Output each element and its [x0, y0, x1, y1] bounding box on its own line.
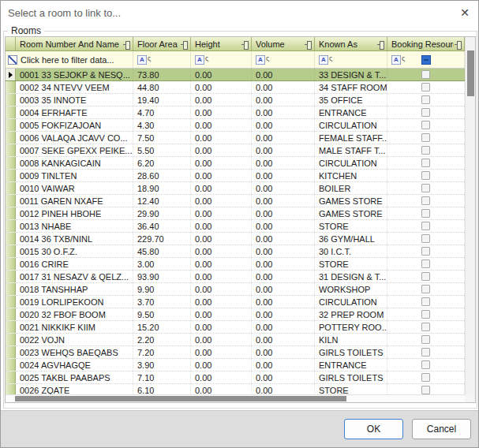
table-row[interactable]: 0020 32 FBOF BOOM9.500.000.0032 PREP ROO…: [6, 308, 465, 321]
table-row[interactable]: 0015 30 O.F.Z.45.800.000.0030 I.C.T.: [6, 245, 465, 258]
row-selector[interactable]: [6, 157, 16, 169]
booking-resource-checkbox[interactable]: [421, 196, 430, 205]
row-selector[interactable]: [6, 233, 16, 245]
booking-resource-checkbox[interactable]: [421, 297, 430, 306]
column-header-3[interactable]: Height: [191, 37, 252, 50]
booking-resource-checkbox[interactable]: [421, 310, 430, 319]
table-row[interactable]: 0017 31 NESAZV & QELZ...93.900.000.0031 …: [6, 271, 465, 283]
row-selector[interactable]: [6, 170, 16, 181]
column-header-4[interactable]: Volume: [252, 37, 315, 50]
text-filter-icon[interactable]: A: [391, 55, 401, 65]
table-row[interactable]: 0004 EFRHAFTE4.700.000.00ENTRANCE: [6, 106, 465, 119]
table-row[interactable]: 0005 FOKFIZAJOAN4.300.000.00CIRCULATION: [6, 119, 465, 132]
vertical-scrollbar-thumb[interactable]: [467, 50, 474, 96]
horizontal-scrollbar-thumb[interactable]: [15, 396, 346, 401]
booking-resource-checkbox[interactable]: [421, 386, 430, 394]
booking-resource-checkbox[interactable]: [421, 146, 430, 155]
table-row[interactable]: 0022 VOJN2.200.000.00KILN: [6, 334, 465, 346]
table-row[interactable]: 0009 TINLTEN28.600.000.00KITCHEN: [6, 170, 465, 182]
row-selector[interactable]: [6, 182, 16, 194]
row-selector[interactable]: [6, 334, 16, 345]
row-selector[interactable]: [6, 220, 16, 232]
table-row[interactable]: 0002 34 NTEVV VEEM44.800.000.0034 STAFF …: [6, 81, 465, 94]
table-row[interactable]: 0012 PINEH HBOHE29.900.000.00GAMES STORE: [6, 207, 465, 220]
row-selector[interactable]: [6, 384, 16, 394]
ok-button[interactable]: OK: [344, 419, 403, 439]
table-row[interactable]: 0010 VAIWAR18.900.000.00BOILER: [6, 182, 465, 195]
table-row[interactable]: 0007 SEKE GPEXX PEIKE...5.500.000.00MALE…: [6, 144, 465, 157]
row-selector[interactable]: [6, 258, 16, 270]
row-selector[interactable]: [6, 346, 16, 358]
table-row[interactable]: 0024 AGVHAGQE3.900.000.00ENTRANCE: [6, 359, 465, 371]
row-selector[interactable]: [6, 296, 16, 308]
table-row[interactable]: 0003 35 INNOTE19.400.000.0035 OFFICE: [6, 94, 465, 106]
column-header-6[interactable]: Booking Resource: [387, 37, 465, 50]
booking-resource-checkbox[interactable]: [421, 234, 430, 243]
row-selector[interactable]: [6, 119, 16, 131]
table-row[interactable]: 0013 NHABE36.400.000.00STORE: [6, 220, 465, 233]
filter-cell-3[interactable]: Aς: [191, 51, 252, 68]
booking-resource-checkbox[interactable]: [421, 95, 430, 104]
filter-cell-6[interactable]: Aς: [387, 51, 465, 68]
row-selector[interactable]: [6, 283, 16, 295]
row-selector[interactable]: [6, 207, 16, 219]
table-row[interactable]: 0016 CRIRE3.000.000.00STORE: [6, 258, 465, 271]
table-row[interactable]: 0014 36 TXB/NINL229.700.000.0036 GYM/HAL…: [6, 233, 465, 245]
column-sort-icon[interactable]: [241, 41, 249, 48]
booking-resource-checkbox[interactable]: [421, 360, 430, 369]
booking-resource-checkbox[interactable]: [421, 108, 430, 117]
row-selector[interactable]: [6, 271, 16, 282]
booking-resource-checkbox[interactable]: [421, 184, 430, 192]
column-header-1[interactable]: Room Number And Name: [16, 37, 133, 50]
row-selector[interactable]: [6, 106, 16, 118]
table-row[interactable]: 0008 KANKAGICAIN6.200.000.00CIRCULATION: [6, 157, 465, 170]
row-selector[interactable]: [6, 371, 16, 383]
table-row[interactable]: 0021 NIKKIKF KIIM15.200.000.00POTTERY RO…: [6, 321, 465, 334]
close-icon[interactable]: ✕: [457, 5, 473, 21]
column-sort-icon[interactable]: [181, 41, 188, 48]
table-row[interactable]: 0006 VALAQA JCAVV CO...7.500.000.00FEMAL…: [6, 132, 465, 144]
booking-resource-checkbox[interactable]: [421, 323, 430, 331]
table-row[interactable]: 0001 33 SEJOKP & NESQ...73.800.000.0033 …: [6, 69, 465, 81]
booking-resource-checkbox[interactable]: [421, 259, 430, 268]
booking-resource-checkbox[interactable]: [421, 159, 430, 167]
text-filter-icon[interactable]: A: [256, 55, 265, 65]
row-selector[interactable]: [6, 81, 16, 93]
booking-resource-checkbox[interactable]: [421, 222, 430, 230]
column-sort-icon[interactable]: [455, 41, 462, 48]
booking-resource-checkbox[interactable]: [421, 209, 430, 218]
table-row[interactable]: 0011 GAREN NXAFE12.400.000.00GAMES STORE: [6, 195, 465, 207]
table-row[interactable]: 0026 ZQATE6.100.000.00STORE: [6, 384, 465, 394]
booking-resource-checkbox[interactable]: [421, 133, 430, 142]
row-selector[interactable]: [6, 308, 16, 320]
column-header-5[interactable]: Known As: [315, 37, 387, 50]
filter-cell-4[interactable]: Aς: [252, 51, 315, 68]
booking-resource-checkbox[interactable]: [421, 70, 430, 79]
booking-resource-checkbox[interactable]: [421, 121, 430, 129]
row-selector[interactable]: [6, 132, 16, 144]
row-selector[interactable]: [6, 94, 16, 106]
cancel-button[interactable]: Cancel: [412, 419, 471, 439]
row-selector[interactable]: [6, 321, 16, 333]
row-selector[interactable]: [6, 69, 16, 80]
booking-resource-checkbox[interactable]: [421, 373, 430, 382]
text-filter-icon[interactable]: A: [319, 55, 328, 65]
booking-resource-checkbox[interactable]: [421, 272, 430, 281]
table-row[interactable]: 0019 LORLIPEKOON3.700.000.00CIRCULATION: [6, 296, 465, 308]
row-selector[interactable]: [6, 359, 16, 371]
filter-cell-1[interactable]: Click here to filter data...: [6, 51, 133, 68]
row-selector[interactable]: [6, 245, 16, 257]
booking-resource-checkbox[interactable]: [421, 171, 430, 180]
column-sort-icon[interactable]: [305, 41, 312, 48]
row-selector[interactable]: [6, 195, 16, 207]
booking-resource-checkbox[interactable]: [421, 335, 430, 344]
booking-filter-checkbox[interactable]: [421, 55, 431, 65]
text-filter-icon[interactable]: A: [195, 55, 204, 65]
filter-cell-5[interactable]: Aς: [315, 51, 387, 68]
table-row[interactable]: 0023 WEHQS BAEQABS7.200.000.00GIRLS TOIL…: [6, 346, 465, 359]
text-filter-icon[interactable]: A: [137, 55, 147, 65]
column-sort-icon[interactable]: [123, 41, 130, 48]
booking-resource-checkbox[interactable]: [421, 285, 430, 293]
horizontal-scrollbar[interactable]: [6, 394, 465, 402]
filter-cell-2[interactable]: Aς: [133, 51, 191, 68]
